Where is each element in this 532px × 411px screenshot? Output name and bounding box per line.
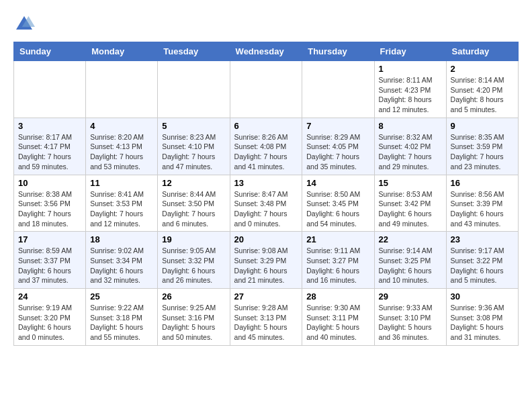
day-number: 27 — [234, 291, 298, 302]
day-number: 14 — [306, 178, 369, 188]
day-number: 30 — [451, 291, 514, 302]
day-cell — [158, 61, 230, 118]
day-cell — [230, 61, 302, 118]
day-cell: 28Sunrise: 9:30 AM Sunset: 3:11 PM Dayli… — [302, 289, 374, 346]
day-info: Sunrise: 9:02 AM Sunset: 3:34 PM Dayligh… — [90, 246, 153, 285]
day-cell: 16Sunrise: 8:56 AM Sunset: 3:39 PM Dayli… — [446, 175, 518, 232]
day-info: Sunrise: 8:41 AM Sunset: 3:53 PM Dayligh… — [90, 189, 153, 229]
header-saturday: Saturday — [446, 42, 518, 61]
day-number: 9 — [451, 121, 514, 131]
day-number: 25 — [90, 291, 153, 302]
day-cell: 11Sunrise: 8:41 AM Sunset: 3:53 PM Dayli… — [86, 175, 158, 232]
day-cell: 1Sunrise: 8:11 AM Sunset: 4:23 PM Daylig… — [374, 61, 446, 118]
day-number: 17 — [18, 234, 81, 244]
day-cell — [14, 61, 86, 118]
day-info: Sunrise: 8:38 AM Sunset: 3:56 PM Dayligh… — [18, 189, 81, 229]
day-number: 3 — [18, 121, 81, 131]
logo-icon — [13, 13, 35, 35]
day-cell: 17Sunrise: 8:59 AM Sunset: 3:37 PM Dayli… — [14, 232, 86, 289]
calendar-header-row: SundayMondayTuesdayWednesdayThursdayFrid… — [14, 42, 519, 61]
header-tuesday: Tuesday — [158, 42, 230, 61]
day-cell: 15Sunrise: 8:53 AM Sunset: 3:42 PM Dayli… — [374, 175, 446, 232]
day-info: Sunrise: 9:05 AM Sunset: 3:32 PM Dayligh… — [162, 246, 225, 285]
day-cell: 9Sunrise: 8:35 AM Sunset: 3:59 PM Daylig… — [446, 118, 518, 175]
day-info: Sunrise: 8:17 AM Sunset: 4:17 PM Dayligh… — [18, 132, 81, 172]
day-info: Sunrise: 8:32 AM Sunset: 4:02 PM Dayligh… — [379, 132, 442, 172]
calendar: SundayMondayTuesdayWednesdayThursdayFrid… — [13, 42, 519, 346]
day-info: Sunrise: 8:14 AM Sunset: 4:20 PM Dayligh… — [451, 75, 514, 115]
day-number: 19 — [162, 234, 225, 244]
day-info: Sunrise: 9:30 AM Sunset: 3:11 PM Dayligh… — [306, 303, 369, 342]
day-number: 21 — [306, 234, 369, 244]
day-cell: 6Sunrise: 8:26 AM Sunset: 4:08 PM Daylig… — [230, 118, 302, 175]
day-cell: 19Sunrise: 9:05 AM Sunset: 3:32 PM Dayli… — [158, 232, 230, 289]
header-wednesday: Wednesday — [230, 42, 302, 61]
day-info: Sunrise: 8:50 AM Sunset: 3:45 PM Dayligh… — [306, 189, 369, 229]
day-number: 5 — [162, 121, 225, 131]
day-number: 2 — [451, 64, 514, 74]
day-cell: 4Sunrise: 8:20 AM Sunset: 4:13 PM Daylig… — [86, 118, 158, 175]
day-number: 28 — [306, 291, 369, 302]
day-cell: 3Sunrise: 8:17 AM Sunset: 4:17 PM Daylig… — [14, 118, 86, 175]
day-cell: 30Sunrise: 9:36 AM Sunset: 3:08 PM Dayli… — [446, 289, 518, 346]
week-row-4: 17Sunrise: 8:59 AM Sunset: 3:37 PM Dayli… — [14, 232, 519, 289]
day-number: 22 — [379, 234, 442, 244]
day-number: 16 — [451, 178, 514, 188]
day-number: 8 — [379, 121, 442, 131]
day-info: Sunrise: 8:53 AM Sunset: 3:42 PM Dayligh… — [379, 189, 442, 229]
day-cell — [302, 61, 374, 118]
day-cell: 2Sunrise: 8:14 AM Sunset: 4:20 PM Daylig… — [446, 61, 518, 118]
day-info: Sunrise: 9:08 AM Sunset: 3:29 PM Dayligh… — [234, 246, 298, 285]
day-cell: 27Sunrise: 9:28 AM Sunset: 3:13 PM Dayli… — [230, 289, 302, 346]
day-number: 7 — [306, 121, 369, 131]
day-number: 11 — [90, 178, 153, 188]
day-info: Sunrise: 8:47 AM Sunset: 3:48 PM Dayligh… — [234, 189, 298, 229]
day-info: Sunrise: 9:11 AM Sunset: 3:27 PM Dayligh… — [306, 246, 369, 285]
day-cell: 12Sunrise: 8:44 AM Sunset: 3:50 PM Dayli… — [158, 175, 230, 232]
logo — [13, 13, 38, 35]
week-row-5: 24Sunrise: 9:19 AM Sunset: 3:20 PM Dayli… — [14, 289, 519, 346]
day-info: Sunrise: 8:23 AM Sunset: 4:10 PM Dayligh… — [162, 132, 225, 172]
day-info: Sunrise: 8:56 AM Sunset: 3:39 PM Dayligh… — [451, 189, 514, 229]
day-cell: 18Sunrise: 9:02 AM Sunset: 3:34 PM Dayli… — [86, 232, 158, 289]
day-number: 26 — [162, 291, 225, 302]
day-cell: 22Sunrise: 9:14 AM Sunset: 3:25 PM Dayli… — [374, 232, 446, 289]
day-cell — [86, 61, 158, 118]
day-cell: 13Sunrise: 8:47 AM Sunset: 3:48 PM Dayli… — [230, 175, 302, 232]
day-info: Sunrise: 8:35 AM Sunset: 3:59 PM Dayligh… — [451, 132, 514, 172]
week-row-2: 3Sunrise: 8:17 AM Sunset: 4:17 PM Daylig… — [14, 118, 519, 175]
day-cell: 8Sunrise: 8:32 AM Sunset: 4:02 PM Daylig… — [374, 118, 446, 175]
day-cell: 26Sunrise: 9:25 AM Sunset: 3:16 PM Dayli… — [158, 289, 230, 346]
day-cell: 29Sunrise: 9:33 AM Sunset: 3:10 PM Dayli… — [374, 289, 446, 346]
day-info: Sunrise: 9:28 AM Sunset: 3:13 PM Dayligh… — [234, 303, 298, 342]
day-cell: 23Sunrise: 9:17 AM Sunset: 3:22 PM Dayli… — [446, 232, 518, 289]
day-cell: 10Sunrise: 8:38 AM Sunset: 3:56 PM Dayli… — [14, 175, 86, 232]
day-info: Sunrise: 8:11 AM Sunset: 4:23 PM Dayligh… — [379, 75, 442, 115]
day-info: Sunrise: 8:29 AM Sunset: 4:05 PM Dayligh… — [306, 132, 369, 172]
header-sunday: Sunday — [14, 42, 86, 61]
day-info: Sunrise: 8:44 AM Sunset: 3:50 PM Dayligh… — [162, 189, 225, 229]
day-number: 13 — [234, 178, 298, 188]
day-number: 1 — [379, 64, 442, 74]
day-number: 4 — [90, 121, 153, 131]
header-monday: Monday — [86, 42, 158, 61]
day-number: 24 — [18, 291, 81, 302]
day-cell: 24Sunrise: 9:19 AM Sunset: 3:20 PM Dayli… — [14, 289, 86, 346]
day-number: 6 — [234, 121, 298, 131]
day-number: 18 — [90, 234, 153, 244]
day-info: Sunrise: 9:19 AM Sunset: 3:20 PM Dayligh… — [18, 303, 81, 342]
day-info: Sunrise: 8:26 AM Sunset: 4:08 PM Dayligh… — [234, 132, 298, 172]
day-info: Sunrise: 9:17 AM Sunset: 3:22 PM Dayligh… — [451, 246, 514, 285]
week-row-3: 10Sunrise: 8:38 AM Sunset: 3:56 PM Dayli… — [14, 175, 519, 232]
header-thursday: Thursday — [302, 42, 374, 61]
day-info: Sunrise: 9:36 AM Sunset: 3:08 PM Dayligh… — [451, 303, 514, 342]
day-info: Sunrise: 8:59 AM Sunset: 3:37 PM Dayligh… — [18, 246, 81, 285]
week-row-1: 1Sunrise: 8:11 AM Sunset: 4:23 PM Daylig… — [14, 61, 519, 118]
day-number: 15 — [379, 178, 442, 188]
day-info: Sunrise: 9:22 AM Sunset: 3:18 PM Dayligh… — [90, 303, 153, 342]
day-info: Sunrise: 9:33 AM Sunset: 3:10 PM Dayligh… — [379, 303, 442, 342]
day-number: 20 — [234, 234, 298, 244]
day-number: 29 — [379, 291, 442, 302]
day-cell: 5Sunrise: 8:23 AM Sunset: 4:10 PM Daylig… — [158, 118, 230, 175]
day-cell: 25Sunrise: 9:22 AM Sunset: 3:18 PM Dayli… — [86, 289, 158, 346]
